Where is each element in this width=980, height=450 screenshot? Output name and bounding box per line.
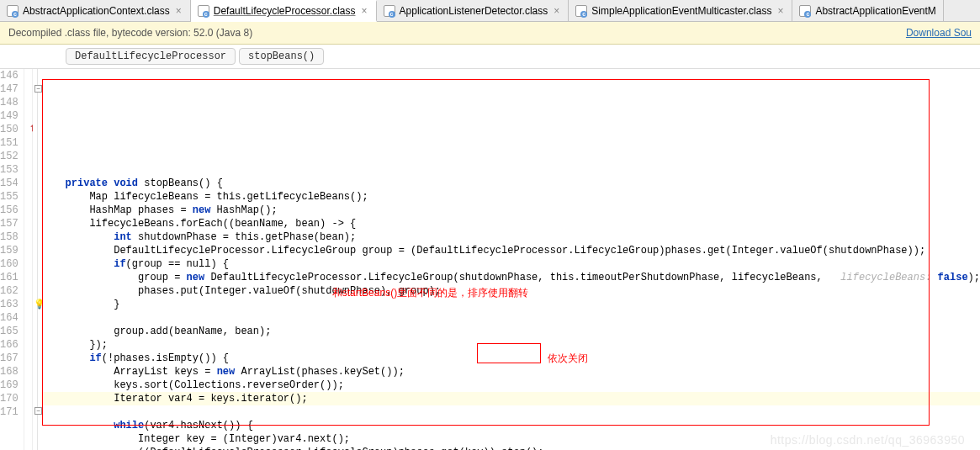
download-sources-link[interactable]: Download Sou <box>906 27 972 39</box>
class-file-icon <box>198 5 209 17</box>
gutter-marks: ⬆ <box>24 69 34 450</box>
annotation-box-stop <box>477 343 541 363</box>
close-icon[interactable]: × <box>360 5 369 17</box>
decompiled-info-bar: Decompiled .class file, bytecode version… <box>0 22 980 45</box>
tab-simpleapplicationeventmulticaster[interactable]: SimpleApplicationEventMulticaster.class … <box>569 0 792 21</box>
class-file-icon <box>384 5 395 17</box>
code-line[interactable]: Integer key = (Integer)var4.next(); <box>41 432 980 446</box>
class-file-icon <box>7 5 19 17</box>
code-content[interactable]: 和startBeans()里面不同的是，排序使用翻转 依次关闭 https://… <box>38 69 980 450</box>
class-file-icon <box>799 5 811 17</box>
tab-label: SimpleApplicationEventMulticaster.class <box>591 5 771 17</box>
editor-tabs: AbstractApplicationContext.class × Defau… <box>0 0 980 22</box>
close-icon[interactable]: × <box>174 5 183 17</box>
tab-defaultlifecycleprocessor[interactable]: DefaultLifecycleProcessor.class × <box>191 0 377 22</box>
info-text: Decompiled .class file, bytecode version… <box>8 27 252 39</box>
breadcrumb-class[interactable]: DefaultLifecycleProcessor <box>66 48 236 65</box>
annotation-box-main <box>42 79 930 426</box>
breadcrumb-method[interactable]: stopBeans() <box>239 48 324 65</box>
annotation-text-sort: 和startBeans()里面不同的是，排序使用翻转 <box>332 286 528 299</box>
code-editor[interactable]: 146 147 148 149 150 151 152 153 154 155 … <box>0 69 980 450</box>
tab-abstractapplicationeventm[interactable]: AbstractApplicationEventM <box>792 0 943 21</box>
tab-label: ApplicationListenerDetector.class <box>400 5 548 17</box>
close-icon[interactable]: × <box>552 5 561 17</box>
tab-label: AbstractApplicationEventM <box>815 5 935 17</box>
annotation-text-stop: 依次关闭 <box>548 352 588 365</box>
tab-applicationlistenerdetector[interactable]: ApplicationListenerDetector.class × <box>377 0 569 21</box>
class-file-icon <box>575 5 587 17</box>
breadcrumb: DefaultLifecycleProcessor stopBeans() <box>0 45 980 69</box>
tab-label: AbstractApplicationContext.class <box>23 5 170 17</box>
code-line[interactable]: ((DefaultLifecycleProcessor.LifecycleGro… <box>41 446 980 450</box>
tab-abstractapplicationcontext[interactable]: AbstractApplicationContext.class × <box>0 0 191 21</box>
line-number-gutter: 146 147 148 149 150 151 152 153 154 155 … <box>0 69 24 450</box>
tab-label: DefaultLifecycleProcessor.class <box>214 5 356 17</box>
close-icon[interactable]: × <box>776 5 785 17</box>
